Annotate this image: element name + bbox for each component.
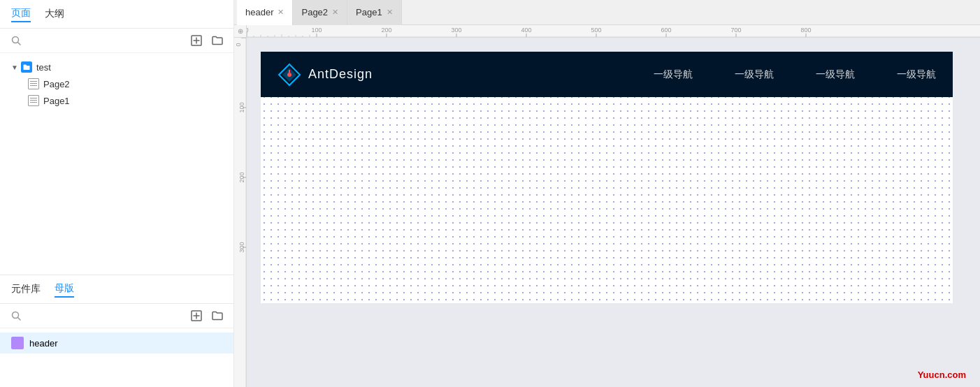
tab-page2[interactable]: Page2 ✕	[293, 0, 347, 25]
page-name-page1: Page2	[43, 79, 70, 89]
svg-text:200: 200	[381, 27, 391, 34]
tab-page1-close[interactable]: ✕	[387, 8, 393, 16]
svg-text:300: 300	[451, 27, 461, 34]
tab-page2-close[interactable]: ✕	[332, 8, 338, 16]
tab-outline[interactable]: 大纲	[45, 6, 64, 22]
svg-line-1	[18, 43, 21, 45]
nav-item-3[interactable]: 一级导航	[816, 68, 855, 81]
svg-text:800: 800	[800, 27, 811, 34]
svg-text:0: 0	[247, 27, 249, 34]
header-nav: 一级导航 一级导航 一级导航 一级导航	[401, 68, 936, 81]
page-icon-2	[28, 95, 39, 106]
ruler-horizontal: 0 100 200 300 400 500 600	[247, 25, 980, 38]
components-toolbar	[0, 304, 233, 328]
tab-header-label: header	[245, 7, 273, 17]
canvas-area: ⊕ 0 100 200 300	[234, 25, 980, 387]
folder-name: test	[36, 62, 51, 73]
tab-bar: header ✕ Page2 ✕ Page1 ✕	[234, 0, 980, 25]
tree-toggle-icon: ▼	[11, 64, 18, 71]
page-name-page2: Page1	[43, 96, 70, 106]
tab-component-library[interactable]: 元件库	[11, 282, 41, 297]
svg-text:100: 100	[238, 102, 245, 112]
ruler-vertical: 0 100 200 300	[234, 38, 247, 387]
svg-point-49	[287, 73, 291, 77]
nav-item-2[interactable]: 一级导航	[735, 68, 774, 81]
master-component-list: header	[0, 328, 233, 387]
svg-text:300: 300	[238, 242, 245, 252]
tab-page1-label: Page1	[356, 7, 382, 17]
svg-text:200: 200	[238, 172, 245, 182]
nav-item-1[interactable]: 一级导航	[654, 68, 693, 81]
svg-text:400: 400	[521, 27, 531, 34]
nav-item-4[interactable]: 一级导航	[897, 68, 936, 81]
tab-master[interactable]: 母版	[55, 281, 74, 298]
svg-text:500: 500	[591, 27, 601, 34]
add-page-icon[interactable]	[189, 33, 204, 48]
canvas-content: AntDesign 一级导航 一级导航 一级导航 一级导航	[247, 38, 980, 317]
tab-page2-label: Page2	[301, 7, 328, 17]
svg-line-6	[18, 318, 21, 321]
svg-text:0: 0	[235, 43, 242, 46]
ruler-corner[interactable]: ⊕	[234, 25, 247, 38]
svg-text:100: 100	[311, 27, 322, 34]
tab-page1[interactable]: Page1 ✕	[347, 0, 402, 25]
pages-toolbar	[0, 29, 233, 53]
tree-page-page1[interactable]: Page2	[0, 75, 233, 92]
add-component-icon[interactable]	[189, 308, 204, 323]
add-folder-component-icon[interactable]	[210, 308, 225, 323]
header-logo: AntDesign	[278, 63, 373, 87]
watermark: Yuucn.com	[918, 370, 966, 380]
svg-text:700: 700	[730, 27, 741, 34]
header-brand-text: AntDesign	[308, 67, 373, 82]
origin-icon: ⊕	[238, 27, 243, 35]
left-top-tabs: 页面 大纲	[0, 0, 233, 29]
canvas-viewport[interactable]: AntDesign 一级导航 一级导航 一级导航 一级导航	[247, 38, 980, 387]
master-item-icon	[11, 337, 24, 349]
tree-page-page2[interactable]: Page1	[0, 92, 233, 109]
search-area	[8, 33, 183, 48]
tree-folder-test[interactable]: ▼ test	[0, 59, 233, 75]
left-panel: 页面 大纲	[0, 0, 234, 387]
add-folder-icon[interactable]	[210, 33, 225, 48]
right-area: header ✕ Page2 ✕ Page1 ✕ ⊕	[234, 0, 980, 387]
page-tree: ▼ test Page2 Page1	[0, 53, 233, 275]
components-master-panel: 元件库 母版	[0, 275, 233, 387]
header-component: AntDesign 一级导航 一级导航 一级导航 一级导航	[261, 52, 953, 97]
master-item-label: header	[29, 338, 57, 349]
tab-pages[interactable]: 页面	[11, 6, 31, 22]
tab-header[interactable]: header ✕	[237, 0, 293, 25]
left-bottom-tabs: 元件库 母版	[0, 275, 233, 304]
pages-action-icons	[189, 33, 225, 48]
design-canvas: AntDesign 一级导航 一级导航 一级导航 一级导航	[261, 52, 953, 303]
master-item-header[interactable]: header	[0, 333, 233, 353]
pages-outline-panel: 页面 大纲	[0, 0, 233, 275]
folder-icon	[21, 61, 32, 73]
page-icon	[28, 78, 39, 89]
search-icon[interactable]	[8, 33, 24, 48]
component-search-icon[interactable]	[8, 308, 24, 323]
antdesign-logo-icon	[278, 63, 301, 87]
tab-header-close[interactable]: ✕	[278, 8, 284, 16]
svg-text:600: 600	[661, 27, 671, 34]
